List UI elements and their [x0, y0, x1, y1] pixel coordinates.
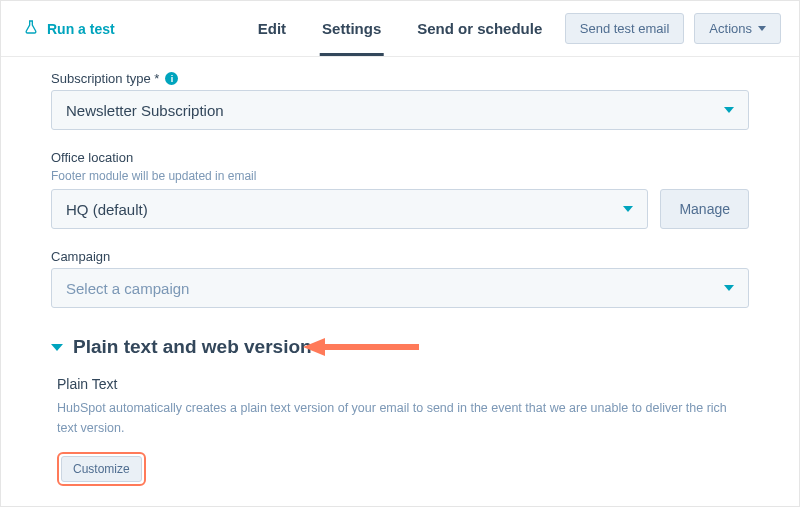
subscription-type-value: Newsletter Subscription [66, 102, 224, 119]
top-bar: Run a test Edit Settings Send or schedul… [1, 1, 799, 57]
send-test-email-button[interactable]: Send test email [565, 13, 685, 44]
plain-text-description: HubSpot automatically creates a plain te… [57, 398, 737, 438]
field-office-location: Office location Footer module will be up… [51, 150, 749, 229]
office-location-label: Office location [51, 150, 749, 165]
office-location-help: Footer module will be updated in email [51, 169, 749, 183]
caret-down-icon [758, 26, 766, 31]
run-test-link[interactable]: Run a test [23, 19, 115, 38]
annotation-highlight: Customize [57, 452, 146, 486]
run-test-label: Run a test [47, 21, 115, 37]
office-location-value: HQ (default) [66, 201, 148, 218]
tabs: Edit Settings Send or schedule [258, 1, 543, 56]
customize-button[interactable]: Customize [61, 456, 142, 482]
flask-icon [23, 19, 39, 38]
campaign-label: Campaign [51, 249, 749, 264]
subscription-type-label: Subscription type * i [51, 71, 749, 86]
tab-edit[interactable]: Edit [258, 1, 286, 56]
tab-settings[interactable]: Settings [322, 1, 381, 56]
campaign-select[interactable]: Select a campaign [51, 268, 749, 308]
section-plain-text-web-version-toggle[interactable]: Plain text and web version [51, 336, 749, 358]
plain-text-block: Plain Text HubSpot automatically creates… [57, 376, 749, 486]
field-subscription-type: Subscription type * i Newsletter Subscri… [51, 71, 749, 130]
header-actions: Send test email Actions [565, 13, 781, 44]
subscription-type-select[interactable]: Newsletter Subscription [51, 90, 749, 130]
plain-text-heading: Plain Text [57, 376, 749, 392]
actions-dropdown-button[interactable]: Actions [694, 13, 781, 44]
office-location-select[interactable]: HQ (default) [51, 189, 648, 229]
field-campaign: Campaign Select a campaign [51, 249, 749, 308]
caret-down-icon [623, 206, 633, 212]
section-title: Plain text and web version [73, 336, 312, 358]
campaign-placeholder: Select a campaign [66, 280, 189, 297]
info-icon[interactable]: i [165, 72, 178, 85]
caret-down-icon [724, 107, 734, 113]
manage-button[interactable]: Manage [660, 189, 749, 229]
settings-content: Subscription type * i Newsletter Subscri… [1, 57, 799, 486]
tab-send-or-schedule[interactable]: Send or schedule [417, 1, 542, 56]
chevron-down-icon [51, 344, 63, 351]
caret-down-icon [724, 285, 734, 291]
